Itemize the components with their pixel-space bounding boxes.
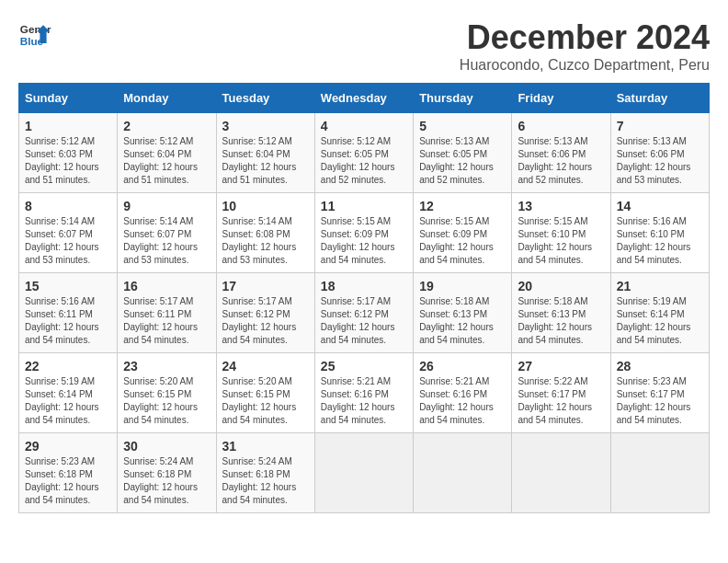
calendar-cell: 18Sunrise: 5:17 AMSunset: 6:12 PMDayligh… [314,273,413,353]
day-info: Sunrise: 5:22 AMSunset: 6:17 PMDaylight:… [518,375,604,427]
day-info: Sunrise: 5:24 AMSunset: 6:18 PMDaylight:… [222,455,309,507]
day-info: Sunrise: 5:14 AMSunset: 6:07 PMDaylight:… [123,215,210,267]
day-info: Sunrise: 5:23 AMSunset: 6:18 PMDaylight:… [25,455,111,507]
day-number: 11 [321,199,407,213]
day-number: 18 [321,279,407,293]
column-header-thursday: Thursday [414,84,512,113]
column-header-sunday: Sunday [19,84,118,113]
day-info: Sunrise: 5:14 AMSunset: 6:07 PMDaylight:… [25,215,111,267]
calendar-cell: 12Sunrise: 5:15 AMSunset: 6:09 PMDayligh… [414,193,512,273]
calendar-cell: 30Sunrise: 5:24 AMSunset: 6:18 PMDayligh… [118,433,216,513]
calendar-cell: 1Sunrise: 5:12 AMSunset: 6:03 PMDaylight… [19,113,118,193]
day-info: Sunrise: 5:13 AMSunset: 6:05 PMDaylight:… [419,135,506,187]
calendar-cell: 11Sunrise: 5:15 AMSunset: 6:09 PMDayligh… [314,193,413,273]
title-block: December 2024 Huarocondo, Cuzco Departme… [460,18,710,74]
day-number: 28 [617,359,703,373]
day-info: Sunrise: 5:15 AMSunset: 6:10 PMDaylight:… [518,215,604,267]
calendar-cell [314,433,413,513]
calendar-cell: 7Sunrise: 5:13 AMSunset: 6:06 PMDaylight… [610,113,709,193]
day-info: Sunrise: 5:12 AMSunset: 6:03 PMDaylight:… [25,135,111,187]
calendar-cell: 5Sunrise: 5:13 AMSunset: 6:05 PMDaylight… [414,113,512,193]
day-number: 3 [222,119,309,133]
calendar-cell: 26Sunrise: 5:21 AMSunset: 6:16 PMDayligh… [414,353,512,433]
calendar-cell: 21Sunrise: 5:19 AMSunset: 6:14 PMDayligh… [610,273,709,353]
day-number: 12 [419,199,506,213]
calendar-cell: 24Sunrise: 5:20 AMSunset: 6:15 PMDayligh… [216,353,314,433]
day-info: Sunrise: 5:12 AMSunset: 6:04 PMDaylight:… [222,135,309,187]
calendar-week-row: 8Sunrise: 5:14 AMSunset: 6:07 PMDaylight… [19,193,710,273]
day-info: Sunrise: 5:21 AMSunset: 6:16 PMDaylight:… [419,375,506,427]
calendar-week-row: 22Sunrise: 5:19 AMSunset: 6:14 PMDayligh… [19,353,710,433]
calendar-cell: 27Sunrise: 5:22 AMSunset: 6:17 PMDayligh… [512,353,610,433]
day-number: 17 [222,279,309,293]
calendar-cell: 22Sunrise: 5:19 AMSunset: 6:14 PMDayligh… [19,353,118,433]
calendar-cell: 13Sunrise: 5:15 AMSunset: 6:10 PMDayligh… [512,193,610,273]
calendar-cell: 29Sunrise: 5:23 AMSunset: 6:18 PMDayligh… [19,433,118,513]
calendar-cell: 17Sunrise: 5:17 AMSunset: 6:12 PMDayligh… [216,273,314,353]
calendar-table: SundayMondayTuesdayWednesdayThursdayFrid… [18,83,710,513]
calendar-cell: 9Sunrise: 5:14 AMSunset: 6:07 PMDaylight… [118,193,216,273]
calendar-cell: 10Sunrise: 5:14 AMSunset: 6:08 PMDayligh… [216,193,314,273]
day-number: 2 [123,119,210,133]
calendar-cell [610,433,709,513]
calendar-week-row: 15Sunrise: 5:16 AMSunset: 6:11 PMDayligh… [19,273,710,353]
day-number: 20 [518,279,604,293]
day-number: 26 [419,359,506,373]
calendar-header-row: SundayMondayTuesdayWednesdayThursdayFrid… [19,84,710,113]
calendar-cell [414,433,512,513]
day-info: Sunrise: 5:18 AMSunset: 6:13 PMDaylight:… [419,295,506,347]
day-number: 6 [518,119,604,133]
day-info: Sunrise: 5:18 AMSunset: 6:13 PMDaylight:… [518,295,604,347]
day-info: Sunrise: 5:13 AMSunset: 6:06 PMDaylight:… [617,135,703,187]
day-info: Sunrise: 5:15 AMSunset: 6:09 PMDaylight:… [321,215,407,267]
day-number: 22 [25,359,111,373]
calendar-cell: 25Sunrise: 5:21 AMSunset: 6:16 PMDayligh… [314,353,413,433]
calendar-cell [512,433,610,513]
column-header-wednesday: Wednesday [314,84,413,113]
calendar-cell: 8Sunrise: 5:14 AMSunset: 6:07 PMDaylight… [19,193,118,273]
day-info: Sunrise: 5:21 AMSunset: 6:16 PMDaylight:… [321,375,407,427]
day-number: 5 [419,119,506,133]
day-info: Sunrise: 5:24 AMSunset: 6:18 PMDaylight:… [123,455,210,507]
day-info: Sunrise: 5:20 AMSunset: 6:15 PMDaylight:… [222,375,309,427]
calendar-cell: 20Sunrise: 5:18 AMSunset: 6:13 PMDayligh… [512,273,610,353]
day-number: 9 [123,199,210,213]
day-info: Sunrise: 5:19 AMSunset: 6:14 PMDaylight:… [25,375,111,427]
calendar-cell: 31Sunrise: 5:24 AMSunset: 6:18 PMDayligh… [216,433,314,513]
day-info: Sunrise: 5:19 AMSunset: 6:14 PMDaylight:… [617,295,703,347]
day-info: Sunrise: 5:12 AMSunset: 6:05 PMDaylight:… [321,135,407,187]
logo: General Blue [18,18,51,52]
day-info: Sunrise: 5:17 AMSunset: 6:12 PMDaylight:… [321,295,407,347]
day-number: 23 [123,359,210,373]
calendar-cell: 4Sunrise: 5:12 AMSunset: 6:05 PMDaylight… [314,113,413,193]
calendar-week-row: 1Sunrise: 5:12 AMSunset: 6:03 PMDaylight… [19,113,710,193]
day-info: Sunrise: 5:12 AMSunset: 6:04 PMDaylight:… [123,135,210,187]
calendar-cell: 3Sunrise: 5:12 AMSunset: 6:04 PMDaylight… [216,113,314,193]
page-header: General Blue December 2024 Huarocondo, C… [18,18,710,74]
day-info: Sunrise: 5:16 AMSunset: 6:10 PMDaylight:… [617,215,703,267]
calendar-week-row: 29Sunrise: 5:23 AMSunset: 6:18 PMDayligh… [19,433,710,513]
day-number: 31 [222,439,309,454]
column-header-saturday: Saturday [610,84,709,113]
calendar-cell: 6Sunrise: 5:13 AMSunset: 6:06 PMDaylight… [512,113,610,193]
day-info: Sunrise: 5:23 AMSunset: 6:17 PMDaylight:… [617,375,703,427]
calendar-cell: 23Sunrise: 5:20 AMSunset: 6:15 PMDayligh… [118,353,216,433]
day-number: 16 [123,279,210,293]
day-number: 10 [222,199,309,213]
day-number: 19 [419,279,506,293]
day-info: Sunrise: 5:17 AMSunset: 6:11 PMDaylight:… [123,295,210,347]
month-year-title: December 2024 [460,18,710,57]
day-number: 8 [25,199,111,213]
day-number: 25 [321,359,407,373]
column-header-tuesday: Tuesday [216,84,314,113]
day-info: Sunrise: 5:17 AMSunset: 6:12 PMDaylight:… [222,295,309,347]
column-header-monday: Monday [118,84,216,113]
day-info: Sunrise: 5:15 AMSunset: 6:09 PMDaylight:… [419,215,506,267]
day-number: 30 [123,439,210,454]
calendar-cell: 16Sunrise: 5:17 AMSunset: 6:11 PMDayligh… [118,273,216,353]
location-subtitle: Huarocondo, Cuzco Department, Peru [460,57,710,74]
column-header-friday: Friday [512,84,610,113]
day-number: 13 [518,199,604,213]
day-number: 7 [617,119,703,133]
calendar-cell: 14Sunrise: 5:16 AMSunset: 6:10 PMDayligh… [610,193,709,273]
